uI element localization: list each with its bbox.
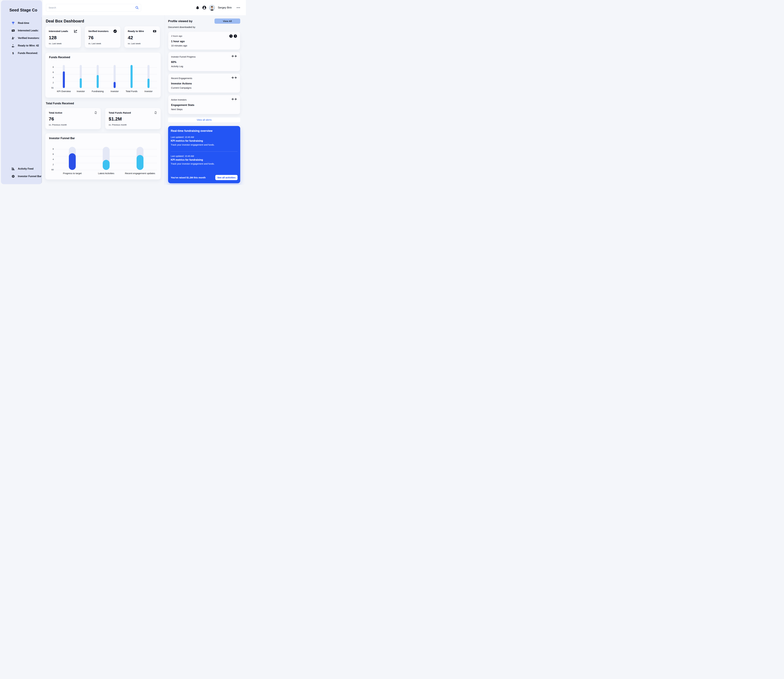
gridline: [55, 170, 157, 170]
sidebar-item-funds-received[interactable]: $ Funds Received:: [1, 49, 42, 57]
kpi-card-verified-investors[interactable]: Verified Investors 76 vs. Last week: [85, 26, 120, 48]
view-all-button[interactable]: View All: [214, 19, 240, 24]
sidebar-item-label: Activity Feed: [18, 167, 34, 170]
info-card-primary: Engagement Stats: [171, 103, 237, 107]
bar-investor[interactable]: [80, 78, 82, 88]
view-all-alerts-link[interactable]: View all alerts: [168, 117, 240, 122]
sidebar-item-real-time[interactable]: Real-time: [1, 19, 42, 27]
double-arrow-icon[interactable]: [231, 55, 237, 58]
bar-kpi-overview[interactable]: [63, 71, 65, 88]
y-tick-label: 6: [53, 71, 54, 74]
sidebar: Seed Stage Co Real-time Interested Leads…: [1, 0, 42, 184]
double-arrow-icon[interactable]: [231, 98, 237, 101]
promo-block: Last updated: 10:40 AM KPI metrics for f…: [171, 136, 237, 146]
chart-column: Investor: [106, 65, 123, 88]
y-tick-label: 4: [53, 158, 54, 161]
info-card-secondary: Next Steps: [171, 108, 237, 111]
right-panel-subtitle: Document downloaded by: [168, 26, 240, 28]
total-card-value: $1.2M: [109, 116, 157, 122]
sidebar-nav: Real-time Interested Leads: Verified Inv…: [1, 19, 42, 57]
activity-time-small: 2 hours ago: [171, 34, 182, 37]
kpi-value: 128: [49, 35, 78, 40]
bar-recent-engagement-updates[interactable]: [137, 155, 144, 170]
y-tick-label: 4: [53, 76, 54, 78]
kpi-title: Interested Leads: [49, 30, 68, 33]
recent-activity-card[interactable]: 2 hours ago 1 hour ago 10 minutes ago: [168, 31, 240, 50]
sidebar-item-verified-investors[interactable]: Verified Investors:: [1, 34, 42, 42]
notifications-bell-icon[interactable]: [195, 6, 200, 10]
kpi-value: 42: [128, 35, 156, 40]
banknote-icon: [153, 29, 156, 33]
funds-received-chart: 8642$1 KPI OverviewInvestorFundraisingIn…: [49, 65, 157, 95]
avatar[interactable]: [209, 5, 215, 11]
promo-heading: KPI metrics for fundraising: [171, 158, 237, 161]
banknote-icon: [11, 29, 15, 33]
active-investors-card[interactable]: Active Investors Engagement Stats Next S…: [168, 95, 240, 114]
info-card-title: Investor Funnel Progress: [171, 55, 195, 58]
chart-column: KPI Overview: [55, 65, 72, 88]
chart-column: Fundraising: [89, 65, 106, 88]
dollar-icon: $: [11, 51, 15, 55]
bar-fundraising[interactable]: [97, 75, 99, 88]
brand-title: Seed Stage Co: [1, 0, 42, 13]
kpi-card-ready-to-wire[interactable]: Ready to Wire 42 vs. Last week: [124, 26, 160, 48]
kpi-subtext: vs. Last week: [88, 42, 117, 45]
recent-engagements-card[interactable]: Recent Engagements Investor Actions Curr…: [168, 74, 240, 93]
total-funds-raised-card[interactable]: Total Funds Raised $1.2M vs. Previous mo…: [105, 108, 161, 129]
more-options-icon[interactable]: [236, 7, 240, 8]
bar-total-funds[interactable]: [131, 65, 133, 88]
sidebar-footer: Activity Feed Investor Funnel Bar: [1, 165, 42, 180]
account-icon[interactable]: [202, 5, 206, 10]
double-arrow-icon[interactable]: [231, 76, 237, 79]
totals-heading: Total Funds Received: [46, 102, 161, 105]
investor-funnel-progress-card[interactable]: Investor Funnel Progress 60% Activity Lo…: [168, 52, 240, 71]
bar-investor[interactable]: [114, 82, 116, 88]
total-card-title: Total Funds Raised: [109, 111, 131, 114]
sidebar-item-ready-to-wire[interactable]: $ Ready to Wire: 42: [1, 42, 42, 49]
bar-progress-to-target[interactable]: [69, 153, 76, 170]
clock-icon: [229, 34, 233, 38]
promo-body: Track your investor engagement and funds…: [171, 163, 237, 165]
gridline: [55, 88, 157, 88]
search-input[interactable]: [46, 4, 141, 11]
total-active-card[interactable]: Total Active 76 vs. Previous month: [45, 108, 101, 129]
sidebar-item-investor-funnel-bar[interactable]: Investor Funnel Bar: [1, 172, 42, 180]
svg-text:$: $: [12, 44, 13, 45]
sidebar-item-label: Interested Leads:: [18, 29, 39, 32]
promo-updated: Last updated: 10:40 AM: [171, 155, 237, 157]
promo-title: Real-time fundraising overview: [171, 129, 237, 133]
bar-investor[interactable]: [148, 78, 150, 88]
see-all-activities-button[interactable]: See all activities: [215, 175, 237, 180]
user-name: Sergey Brin: [218, 6, 232, 9]
trophy-icon: [11, 21, 15, 25]
y-tick-label: 2: [53, 81, 54, 84]
search-icon[interactable]: [135, 6, 139, 9]
y-tick-label: 8: [53, 66, 54, 68]
info-card-secondary: Current Campaigns: [171, 86, 237, 89]
kpi-row: Interested Leads 128 vs. Last week Verif…: [45, 26, 161, 48]
sidebar-item-activity-feed[interactable]: Activity Feed: [1, 165, 42, 172]
sidebar-item-label: Ready to Wire: 42: [18, 44, 39, 47]
info-card-primary: Investor Actions: [171, 82, 237, 85]
total-card-title: Total Active: [49, 111, 62, 114]
promo-footer-text: You've raised $1.2M this month: [171, 176, 206, 179]
bar-latest-activities[interactable]: [103, 160, 109, 170]
kpi-card-interested-leads[interactable]: Interested Leads 128 vs. Last week: [45, 26, 81, 48]
promo-heading: KPI metrics for fundraising: [171, 139, 237, 142]
activity-primary: 1 hour ago: [171, 40, 237, 43]
chart-plot: Progress to targetLatest ActivitiesRecen…: [55, 147, 157, 177]
total-card-value: 76: [49, 116, 97, 122]
sidebar-item-interested-leads[interactable]: Interested Leads:: [1, 27, 42, 34]
promo-updated: Last updated: 10:40 AM: [171, 136, 237, 138]
refresh-icon[interactable]: [154, 111, 157, 114]
sidebar-item-label: Funds Received:: [18, 52, 38, 55]
chart-column: Investor: [72, 65, 89, 88]
refresh-icon[interactable]: [94, 111, 97, 114]
y-tick-label: 60: [52, 169, 54, 171]
chart-title: Funds Received: [49, 56, 157, 59]
chart-column: Recent engagement updates: [123, 147, 157, 170]
page-title: Deal Box Dashboard: [46, 19, 161, 23]
chart-title: Investor Funnel Bar: [49, 137, 157, 140]
hand-dollar-icon: $: [11, 44, 15, 47]
sidebar-scrollbar[interactable]: [41, 17, 42, 183]
